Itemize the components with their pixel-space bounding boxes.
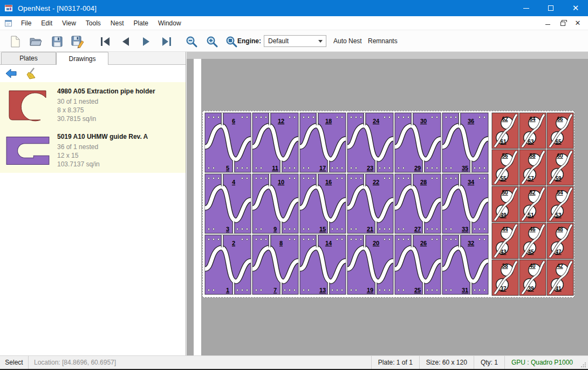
svg-text:38: 38 (502, 263, 508, 269)
save-as-button[interactable] (70, 34, 85, 49)
zoom-fit-button[interactable] (224, 34, 238, 49)
svg-text:48: 48 (557, 226, 563, 232)
red-part-pair[interactable]: 4847 (547, 223, 573, 259)
purple-part-pair[interactable]: 3231 (442, 235, 488, 294)
purple-part-pair[interactable]: 1413 (300, 235, 346, 294)
item-area: 103.7137 sq/in (57, 160, 148, 169)
red-part-pair[interactable]: 5049 (492, 186, 518, 222)
svg-text:56: 56 (502, 153, 508, 159)
app-window: OpenNest - [N0317-004] ✕ File Edit View … (0, 0, 588, 370)
save-button[interactable] (50, 34, 64, 49)
menu-view[interactable]: View (57, 16, 81, 30)
minimize-icon (523, 8, 529, 9)
red-part-pair[interactable]: 6261 (492, 113, 518, 149)
purple-part-pair[interactable]: 65 (205, 113, 251, 172)
svg-text:40: 40 (529, 263, 536, 269)
red-part-pair[interactable]: 5857 (519, 150, 546, 185)
red-part-pair[interactable]: 3837 (492, 260, 518, 295)
cursor-location: Location: [84.8696, 60.6957] (29, 359, 116, 366)
purple-part-pair[interactable]: 1615 (300, 174, 346, 233)
zoom-in-button[interactable] (204, 34, 219, 49)
svg-text:51: 51 (528, 212, 534, 218)
red-part-pair[interactable]: 6059 (547, 150, 573, 185)
tab-drawings[interactable]: Drawings (56, 52, 108, 65)
last-icon (160, 35, 173, 48)
red-part-pair[interactable]: 4443 (492, 223, 518, 259)
engine-label: Engine: (237, 30, 261, 52)
item-area: 30.7815 sq/in (57, 115, 155, 123)
red-part-pair[interactable]: 4039 (519, 260, 546, 295)
mdi-minimize-icon (545, 24, 550, 25)
purple-part-pair[interactable]: 87 (252, 235, 298, 294)
menu-file[interactable]: File (16, 16, 36, 30)
red-part-pair[interactable]: 6665 (547, 113, 573, 149)
menu-nest[interactable]: Nest (106, 16, 129, 30)
drawing-item-1[interactable]: 4980 A05 Extraction pipe holder 30 of 1 … (0, 82, 186, 127)
tab-plates[interactable]: Plates (1, 52, 56, 64)
auto-nest-button[interactable]: Auto Nest (330, 30, 365, 52)
nested-parts-drawing[interactable]: 6512111817242330293635431091615222128273… (203, 111, 574, 297)
svg-text:54: 54 (557, 190, 563, 196)
purple-part-pair[interactable]: 109 (252, 174, 298, 233)
menubar: File Edit View Tools Nest Plate Window ✕ (0, 16, 588, 30)
svg-text:16: 16 (325, 179, 332, 185)
first-plate-button[interactable] (98, 34, 112, 49)
purple-part-pair[interactable]: 1211 (252, 113, 298, 172)
resize-grip[interactable] (579, 356, 588, 369)
mdi-close-button[interactable]: ✕ (574, 19, 582, 27)
menu-window[interactable]: Window (153, 16, 186, 30)
clean-button[interactable] (24, 66, 40, 80)
canvas-left-margin (194, 59, 201, 355)
red-part-pair[interactable]: 4645 (519, 223, 546, 259)
part-thumbnail-red (3, 86, 53, 124)
menu-edit[interactable]: Edit (36, 16, 57, 30)
svg-text:62: 62 (502, 116, 508, 122)
svg-text:5: 5 (226, 165, 229, 171)
red-part-pair[interactable]: 4241 (547, 260, 573, 295)
red-part-pair[interactable]: 5655 (492, 150, 518, 185)
purple-part-pair[interactable]: 2019 (347, 235, 393, 294)
svg-text:34: 34 (468, 179, 475, 185)
red-part-pair[interactable]: 5251 (519, 186, 546, 222)
maximize-icon (548, 5, 553, 11)
return-to-plate-button[interactable] (3, 66, 19, 80)
svg-text:41: 41 (555, 286, 562, 292)
purple-part-pair[interactable]: 2625 (395, 235, 441, 294)
engine-select[interactable]: Default (264, 35, 326, 47)
purple-part-pair[interactable]: 3029 (395, 113, 441, 172)
remnants-button[interactable]: Remnants (365, 30, 401, 52)
nest-canvas[interactable]: 6512111817242330293635431091615222128273… (187, 52, 588, 355)
broom-icon (25, 67, 38, 80)
previous-icon (119, 35, 132, 48)
mdi-minimize-button[interactable] (544, 19, 551, 27)
previous-plate-button[interactable] (118, 34, 133, 49)
maximize-button[interactable] (538, 0, 563, 16)
purple-part-pair[interactable]: 2827 (395, 174, 441, 233)
purple-part-pair[interactable]: 3635 (442, 113, 488, 172)
svg-text:9: 9 (274, 226, 277, 232)
svg-text:52: 52 (529, 190, 536, 196)
minimize-button[interactable] (514, 0, 538, 16)
purple-part-pair[interactable]: 2221 (347, 174, 393, 233)
purple-part-pair[interactable]: 1817 (300, 113, 346, 172)
plate-sheet[interactable]: 6512111817242330293635431091615222128273… (202, 111, 575, 298)
last-plate-button[interactable] (159, 34, 174, 49)
drawing-item-2[interactable]: 5019 A10 UHMW guide Rev. A 36 of 1 neste… (0, 127, 186, 173)
red-part-pair[interactable]: 5453 (547, 186, 573, 222)
zoom-out-icon (185, 35, 198, 48)
open-button[interactable] (28, 34, 43, 49)
mdi-restore-button[interactable] (559, 19, 566, 27)
svg-text:61: 61 (500, 139, 507, 145)
close-button[interactable]: ✕ (563, 0, 588, 16)
panel-toolbar (0, 65, 186, 82)
red-part-pair[interactable]: 6463 (519, 113, 546, 149)
purple-part-pair[interactable]: 43 (205, 174, 251, 233)
next-plate-button[interactable] (139, 34, 153, 49)
menu-tools[interactable]: Tools (81, 16, 106, 30)
zoom-out-button[interactable] (184, 34, 199, 49)
purple-part-pair[interactable]: 2423 (347, 113, 393, 172)
purple-part-pair[interactable]: 3433 (442, 174, 488, 233)
new-button[interactable] (8, 34, 22, 49)
purple-part-pair[interactable]: 21 (205, 235, 251, 294)
menu-plate[interactable]: Plate (129, 16, 153, 30)
